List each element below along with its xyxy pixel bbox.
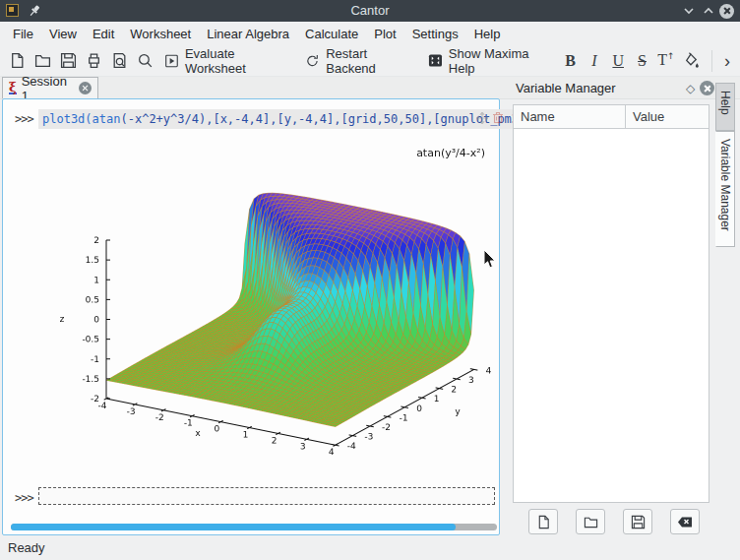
add-variable-button[interactable]	[528, 509, 558, 534]
float-panel-icon[interactable]: ◇	[686, 82, 695, 95]
command-segment: plot3d(	[42, 112, 92, 126]
column-name[interactable]: Name	[514, 105, 626, 128]
menu-linear-algebra[interactable]: Linear Algebra	[202, 27, 294, 41]
clear-backspace-icon	[677, 516, 693, 529]
side-tab-help-label: Help	[718, 91, 732, 115]
maximize-button[interactable]	[701, 3, 716, 19]
restart-backend-button[interactable]: Restart Backend	[298, 48, 421, 74]
print-preview-button[interactable]	[106, 48, 132, 74]
clear-variables-button[interactable]	[670, 509, 700, 534]
restart-icon	[305, 53, 320, 69]
status-text: Ready	[8, 540, 45, 555]
variable-table[interactable]: Name Value	[513, 104, 709, 503]
new-worksheet-button[interactable]	[4, 48, 30, 74]
maxima-help-icon	[428, 53, 443, 68]
show-maxima-help-label: Show Maxima Help	[449, 46, 552, 76]
evaluate-worksheet-label: Evaluate Worksheet	[185, 46, 291, 76]
worksheet[interactable]: >>> plot3d(atan(-x^2+y^3/4),[x,-4,4],[y,…	[2, 98, 500, 535]
menubar: File View Edit Worksheet Linear Algebra …	[0, 22, 740, 45]
new-document-icon	[9, 52, 26, 69]
save-icon	[60, 52, 77, 69]
horizontal-scrollbar[interactable]	[11, 524, 497, 530]
toolbar: Evaluate Worksheet Restart Backend Show …	[0, 45, 740, 77]
save-worksheet-button[interactable]	[55, 48, 81, 74]
move-entry-icon[interactable]	[476, 112, 488, 124]
paint-bucket-icon	[683, 52, 700, 69]
search-icon	[137, 52, 154, 69]
find-button[interactable]	[132, 48, 157, 74]
tab-session-1[interactable]: ξ Session 1	[2, 77, 98, 98]
variable-manager-title: Variable Manager	[516, 81, 616, 95]
menu-edit[interactable]: Edit	[88, 27, 119, 41]
side-tab-help[interactable]: Help	[715, 83, 735, 131]
maxima-session-icon: ξ	[9, 82, 17, 94]
menu-plot[interactable]: Plot	[369, 27, 401, 41]
window-title: Cantor	[0, 0, 740, 22]
minimize-button[interactable]	[681, 3, 697, 19]
open-folder-icon	[584, 515, 598, 529]
bold-button[interactable]: B	[558, 52, 582, 70]
side-tab-variable-manager[interactable]: Variable Manager	[715, 131, 735, 247]
new-document-icon	[536, 515, 551, 529]
strikethrough-button[interactable]: S	[630, 52, 653, 70]
underline-button[interactable]: U	[606, 52, 630, 70]
command-segment: (-x^2+y^3/4),[x,-4,4],[y,-4,4],[grid,50,…	[120, 112, 532, 126]
horizontal-scrollbar-thumb[interactable]	[11, 524, 456, 530]
remove-entry-icon[interactable]	[492, 111, 504, 124]
menu-help[interactable]: Help	[469, 27, 506, 41]
print-icon	[86, 52, 102, 69]
open-worksheet-button[interactable]	[30, 48, 55, 74]
restart-backend-label: Restart Backend	[326, 46, 414, 76]
italic-button[interactable]: I	[583, 52, 606, 70]
save-icon	[631, 515, 646, 529]
close-button[interactable]	[719, 4, 735, 20]
plot-canvas	[31, 137, 505, 479]
superscript-arrow-icon: ↑	[667, 51, 675, 61]
menu-view[interactable]: View	[44, 27, 82, 41]
open-folder-icon	[34, 52, 51, 69]
titlebar: Cantor	[0, 0, 740, 22]
evaluate-worksheet-button[interactable]: Evaluate Worksheet	[157, 48, 298, 74]
print-preview-icon	[111, 52, 128, 69]
print-button[interactable]	[81, 48, 106, 74]
text-color-button[interactable]	[678, 48, 704, 74]
command-segment: atan	[92, 112, 121, 126]
save-variables-button[interactable]	[623, 509, 652, 534]
command-prompt: >>>	[15, 112, 33, 126]
entry-prompt: >>>	[15, 491, 33, 505]
evaluate-icon	[164, 53, 179, 69]
column-value[interactable]: Value	[626, 105, 664, 128]
menu-worksheet[interactable]: Worksheet	[125, 27, 196, 41]
tab-close-icon[interactable]	[79, 82, 92, 94]
toolbar-overflow-button[interactable]: ›	[724, 48, 730, 74]
new-command-entry[interactable]	[38, 487, 495, 505]
menu-file[interactable]: File	[8, 27, 38, 41]
toolbar-separator	[711, 50, 712, 72]
statusbar: Ready	[0, 535, 740, 560]
command-entry[interactable]: plot3d(atan(-x^2+y^3/4),[x,-4,4],[y,-4,4…	[38, 109, 586, 129]
show-maxima-help-button[interactable]: Show Maxima Help	[421, 48, 558, 74]
worksheet-tabbar	[0, 77, 740, 99]
menu-settings[interactable]: Settings	[407, 27, 463, 41]
load-variables-button[interactable]	[576, 509, 605, 534]
menu-calculate[interactable]: Calculate	[300, 27, 363, 41]
plot-title-label: atan(y³/4-x²)	[397, 147, 485, 159]
variable-table-header: Name Value	[514, 105, 709, 129]
side-tab-variable-manager-label: Variable Manager	[718, 139, 732, 231]
superscript-button[interactable]: T↑	[654, 51, 678, 69]
close-panel-button[interactable]	[700, 81, 714, 95]
mouse-cursor	[483, 249, 498, 270]
